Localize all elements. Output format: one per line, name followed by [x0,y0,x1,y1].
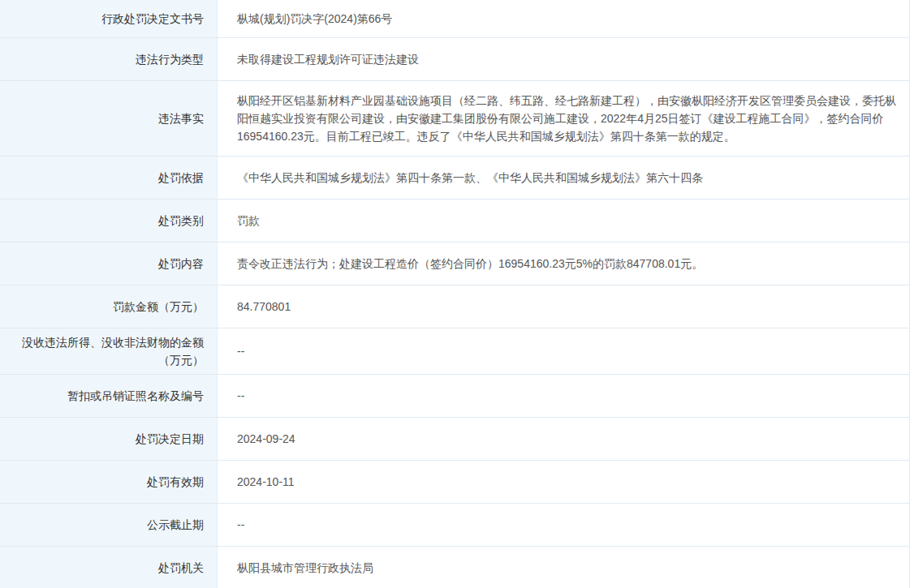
field-value: -- [218,504,909,546]
field-label: 公示截止期 [0,504,218,546]
field-value: 《中华人民共和国城乡规划法》第四十条第一款、《中华人民共和国城乡规划法》第六十四… [218,157,909,199]
table-row: 违法事实 枞阳经开区铝基新材料产业园基础设施项目（经二路、纬五路、经七路新建工程… [0,81,909,157]
table-row: 处罚机关 枞阳县城市管理行政执法局 [0,547,909,588]
field-label: 处罚机关 [0,547,218,588]
field-label: 罚款金额（万元） [0,285,218,328]
field-label: 处罚依据 [0,157,218,199]
field-value: 枞阳县城市管理行政执法局 [218,547,909,588]
field-value: -- [218,375,909,417]
field-value: 未取得建设工程规划许可证违法建设 [218,38,909,80]
table-row: 没收违法所得、没收非法财物的金额（万元） -- [0,328,909,375]
field-value: 枞阳经开区铝基新材料产业园基础设施项目（经二路、纬五路、经七路新建工程），由安徽… [218,81,909,156]
table-row: 处罚有效期 2024-10-11 [0,461,909,504]
field-label: 处罚类别 [0,200,218,242]
table-row: 处罚类别 罚款 [0,200,909,242]
penalty-record-table: 行政处罚决定文书号 枞城(规划)罚决字(2024)第66号 违法行为类型 未取得… [0,0,910,588]
field-value: 责令改正违法行为；处建设工程造价（签约合同价）16954160.23元5%的罚款… [218,242,909,285]
table-row: 行政处罚决定文书号 枞城(规划)罚决字(2024)第66号 [0,0,909,38]
field-value: 84.770801 [218,285,909,328]
field-value: 枞城(规划)罚决字(2024)第66号 [218,0,909,37]
table-row: 违法行为类型 未取得建设工程规划许可证违法建设 [0,38,909,81]
field-value: 2024-10-11 [218,461,909,503]
field-label: 违法事实 [0,81,218,156]
field-label: 处罚决定日期 [0,418,218,460]
field-label: 处罚内容 [0,242,218,285]
field-value: 罚款 [218,200,909,242]
field-value: -- [218,328,909,374]
field-label: 没收违法所得、没收非法财物的金额（万元） [0,328,218,374]
field-label: 处罚有效期 [0,461,218,503]
table-row: 公示截止期 -- [0,504,909,547]
table-row: 罚款金额（万元） 84.770801 [0,285,909,328]
field-label: 行政处罚决定文书号 [0,0,218,37]
field-label: 暂扣或吊销证照名称及编号 [0,375,218,417]
table-row: 处罚决定日期 2024-09-24 [0,418,909,461]
page: 行政处罚决定文书号 枞城(规划)罚决字(2024)第66号 违法行为类型 未取得… [0,0,914,588]
table-row: 处罚依据 《中华人民共和国城乡规划法》第四十条第一款、《中华人民共和国城乡规划法… [0,157,909,200]
table-row: 处罚内容 责令改正违法行为；处建设工程造价（签约合同价）16954160.23元… [0,242,909,285]
table-row: 暂扣或吊销证照名称及编号 -- [0,375,909,418]
field-value: 2024-09-24 [218,418,909,460]
field-label: 违法行为类型 [0,38,218,80]
